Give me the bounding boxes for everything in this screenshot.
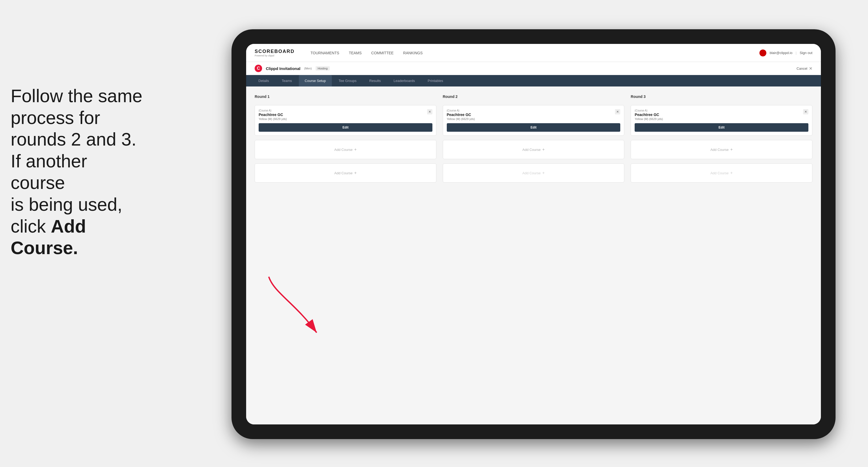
delete-course-r1[interactable]: ✕	[427, 109, 432, 115]
add-course-text-r3-1: Add Course +	[710, 147, 733, 152]
add-course-r1-slot2[interactable]: Add Course +	[255, 163, 436, 183]
nav-tournaments[interactable]: TOURNAMENTS	[311, 51, 339, 55]
tab-results[interactable]: Results	[364, 75, 386, 87]
scoreboard-logo: SCOREBOARD	[255, 49, 294, 54]
plus-icon-r3-2: +	[730, 170, 733, 175]
course-a-label-r2: (Course A)	[447, 109, 475, 112]
delete-course-r3[interactable]: ✕	[803, 109, 808, 115]
round-3-label: Round 3	[631, 94, 812, 99]
instruction-text: Follow the same process for rounds 2 and…	[0, 74, 154, 270]
round-3-column: Round 3 (Course A) Peachtree GC Yellow (…	[631, 94, 812, 183]
add-course-text-r2-2: Add Course +	[522, 170, 545, 175]
course-name-r1: Peachtree GC	[259, 113, 287, 117]
plus-icon: +	[354, 147, 356, 152]
add-course-r3-slot2: Add Course +	[631, 163, 812, 183]
tournament-title: Clippd Invitational	[266, 66, 301, 71]
tabs-bar: Details Teams Course Setup Tee Groups Re…	[246, 75, 821, 87]
clippd-logo: C	[255, 65, 262, 72]
separator: |	[796, 51, 797, 55]
round-3-course-card: (Course A) Peachtree GC Yellow (M) (6629…	[631, 105, 812, 136]
logo-area: SCOREBOARD Powered by clippd	[255, 49, 294, 57]
tab-teams[interactable]: Teams	[276, 75, 298, 87]
user-avatar	[760, 50, 766, 56]
course-name-r3: Peachtree GC	[634, 113, 663, 117]
course-details-r1: Yellow (M) (6629 yds)	[259, 117, 287, 121]
tab-tee-groups[interactable]: Tee Groups	[333, 75, 363, 87]
round-1-column: Round 1 (Course A) Peachtree GC Yellow (…	[255, 94, 436, 183]
tab-course-setup[interactable]: Course Setup	[299, 75, 332, 87]
tab-printables[interactable]: Printables	[422, 75, 449, 87]
add-course-text-r1-1: Add Course +	[334, 147, 356, 152]
add-course-r2-slot1[interactable]: Add Course +	[443, 140, 624, 159]
add-course-text-r1-2: Add Course +	[334, 170, 356, 175]
edit-button-r3[interactable]: Edit	[634, 123, 808, 132]
user-email: blair@clippd.io	[770, 51, 792, 55]
plus-icon-2: +	[354, 170, 356, 175]
plus-icon-r3-1: +	[730, 147, 733, 152]
edit-button-r2[interactable]: Edit	[447, 123, 621, 132]
add-course-r1-slot1[interactable]: Add Course +	[255, 140, 436, 159]
top-nav: SCOREBOARD Powered by clippd TOURNAMENTS…	[246, 44, 821, 62]
card-header: (Course A) Peachtree GC Yellow (M) (6629…	[259, 109, 432, 121]
course-a-label: (Course A)	[259, 109, 287, 112]
plus-icon-r2-2: +	[542, 170, 545, 175]
tab-details[interactable]: Details	[252, 75, 275, 87]
delete-course-r2[interactable]: ✕	[615, 109, 620, 115]
round-2-label: Round 2	[443, 94, 624, 99]
card-header-r3: (Course A) Peachtree GC Yellow (M) (6629…	[634, 109, 808, 121]
sub-header: C Clippd Invitational (Men) Hosting Canc…	[246, 62, 821, 75]
tablet-device: SCOREBOARD Powered by clippd TOURNAMENTS…	[231, 29, 836, 439]
add-course-r2-slot2: Add Course +	[443, 163, 624, 183]
hosting-badge: Hosting	[316, 66, 330, 70]
nav-links: TOURNAMENTS TEAMS COMMITTEE RANKINGS	[311, 51, 749, 55]
edit-button-r1[interactable]: Edit	[259, 123, 432, 132]
cancel-button[interactable]: Cancel ✕	[797, 66, 812, 71]
nav-rankings[interactable]: RANKINGS	[403, 51, 423, 55]
nav-teams[interactable]: TEAMS	[349, 51, 362, 55]
round-1-label: Round 1	[255, 94, 436, 99]
sign-out-link[interactable]: Sign out	[800, 51, 812, 55]
add-course-r3-slot1[interactable]: Add Course +	[631, 140, 812, 159]
add-course-text-r2-1: Add Course +	[522, 147, 545, 152]
main-content: Round 1 (Course A) Peachtree GC Yellow (…	[246, 87, 821, 425]
rounds-grid: Round 1 (Course A) Peachtree GC Yellow (…	[255, 94, 812, 183]
add-course-text-r3-2: Add Course +	[710, 170, 733, 175]
course-a-label-r3: (Course A)	[634, 109, 663, 112]
course-name-r2: Peachtree GC	[447, 113, 475, 117]
sub-header-left: C Clippd Invitational (Men) Hosting	[255, 65, 330, 72]
round-2-column: Round 2 (Course A) Peachtree GC Yellow (…	[443, 94, 624, 183]
round-2-course-card: (Course A) Peachtree GC Yellow (M) (6629…	[443, 105, 624, 136]
men-badge: (Men)	[304, 67, 312, 70]
course-details-r3: Yellow (M) (6629 yds)	[634, 117, 663, 121]
tablet-screen: SCOREBOARD Powered by clippd TOURNAMENTS…	[246, 44, 821, 425]
round-1-course-card: (Course A) Peachtree GC Yellow (M) (6629…	[255, 105, 436, 136]
plus-icon-r2-1: +	[542, 147, 545, 152]
nav-committee[interactable]: COMMITTEE	[371, 51, 394, 55]
tab-leaderboards[interactable]: Leaderboards	[388, 75, 421, 87]
user-info: blair@clippd.io | Sign out	[760, 50, 812, 56]
course-details-r2: Yellow (M) (6629 yds)	[447, 117, 475, 121]
card-header-r2: (Course A) Peachtree GC Yellow (M) (6629…	[447, 109, 621, 121]
powered-by: Powered by clippd	[255, 54, 294, 57]
close-icon: ✕	[809, 66, 812, 71]
